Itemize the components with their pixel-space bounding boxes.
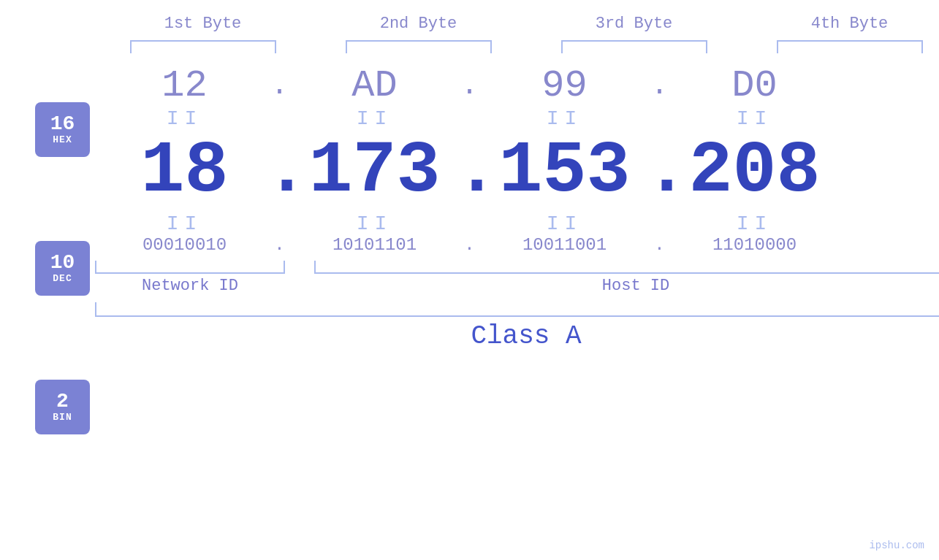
hex-byte3: 99 (484, 64, 645, 107)
watermark: ipshu.com (869, 540, 924, 551)
bin-byte2: 10101101 (294, 235, 455, 255)
dec-badge-label: DEC (53, 273, 72, 284)
equals-row-1: II II II II (39, 107, 901, 130)
byte-headers: 1st Byte 2nd Byte 3rd Byte 4th Byte (95, 15, 939, 33)
byte-headers-wrapper: 1st Byte 2nd Byte 3rd Byte 4th Byte (95, 15, 939, 64)
hex-dot2: . (455, 69, 484, 102)
bracket-2 (346, 40, 492, 53)
byte1-header: 1st Byte (123, 15, 284, 33)
dec-byte4: 208 (674, 130, 835, 212)
hex-dot1: . (265, 69, 294, 102)
hex-byte2: AD (294, 64, 455, 107)
top-brackets (95, 40, 939, 53)
hex-badge-label: HEX (53, 134, 72, 145)
bin-row: 00010010 . 10101101 . 10011001 . 1101000… (39, 235, 901, 255)
bracket-1 (130, 40, 276, 53)
bracket-3 (561, 40, 707, 53)
dec-dot3: . (645, 130, 674, 212)
eq1-2: II (294, 107, 455, 130)
bin-badge-label: BIN (53, 412, 72, 423)
eq1-1: II (104, 107, 265, 130)
bracket-4 (777, 40, 923, 53)
class-label: Class A (95, 321, 939, 351)
bin-dot1: . (265, 235, 294, 255)
byte3-header: 3rd Byte (554, 15, 715, 33)
badges-column: 16 HEX 10 DEC 2 BIN (35, 102, 90, 434)
hex-byte1: 12 (104, 64, 265, 107)
bin-badge-num: 2 (56, 391, 69, 412)
equals-row-2: II II II II (39, 212, 901, 235)
bin-dot2: . (455, 235, 484, 255)
eq2-1: II (104, 212, 265, 235)
network-bracket (95, 261, 285, 274)
bin-dot3: . (645, 235, 674, 255)
class-bracket-wrapper: Class A (95, 302, 939, 351)
bin-byte4: 11010000 (674, 235, 835, 255)
hex-row: 12 . AD . 99 . D0 (39, 64, 901, 107)
network-id-label: Network ID (95, 277, 285, 295)
main-container: 16 HEX 10 DEC 2 BIN 1st Byte 2nd Byte 3r… (0, 0, 939, 560)
hex-badge: 16 HEX (35, 102, 90, 157)
hex-badge-num: 16 (50, 114, 75, 134)
hex-dot3: . (645, 69, 674, 102)
id-labels: Network ID Host ID (95, 277, 939, 295)
dec-badge-num: 10 (50, 253, 75, 273)
dec-badge: 10 DEC (35, 241, 90, 296)
dec-dot1: . (265, 130, 294, 212)
bin-byte1: 00010010 (104, 235, 265, 255)
dec-row: 18 . 173 . 153 . 208 (39, 130, 901, 212)
bin-byte3: 10011001 (484, 235, 645, 255)
bottom-brackets (95, 261, 939, 274)
dec-byte3: 153 (484, 130, 645, 212)
byte2-header: 2nd Byte (338, 15, 499, 33)
byte4-header: 4th Byte (769, 15, 930, 33)
dec-byte1: 18 (104, 130, 265, 212)
dec-dot2: . (455, 130, 484, 212)
eq2-4: II (674, 212, 835, 235)
bin-badge: 2 BIN (35, 380, 90, 434)
host-bracket (314, 261, 939, 274)
host-id-label: Host ID (314, 277, 939, 295)
eq1-4: II (674, 107, 835, 130)
eq2-3: II (484, 212, 645, 235)
dec-byte2: 173 (294, 130, 455, 212)
class-bracket (95, 302, 939, 317)
eq2-2: II (294, 212, 455, 235)
eq1-3: II (484, 107, 645, 130)
hex-byte4: D0 (674, 64, 835, 107)
